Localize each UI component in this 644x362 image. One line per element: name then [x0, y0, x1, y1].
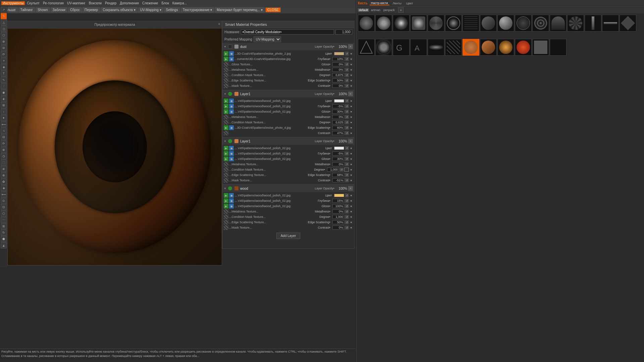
- btn-flip[interactable]: Перевер: [83, 7, 100, 12]
- palette-btn-5[interactable]: ⊕: [1, 39, 7, 45]
- prop-reset-btn[interactable]: ↺: [345, 220, 349, 224]
- layer-header-wood[interactable]: ▼ wood Layer Opacity• 100% ×: [222, 185, 354, 192]
- btn-reset[interactable]: Сброс: [68, 7, 82, 12]
- smp-value-input[interactable]: [335, 29, 352, 35]
- prop-arrow-btn[interactable]: ▼: [350, 131, 353, 135]
- brush-item-12[interactable]: [567, 15, 584, 32]
- palette-btn-3[interactable]: ◻: [1, 26, 7, 32]
- palette-btn-21[interactable]: ⟳: [1, 140, 7, 146]
- prop-input[interactable]: [332, 120, 344, 124]
- prop-reset-btn[interactable]: ↺: [345, 115, 349, 119]
- palette-btn-29[interactable]: ⟵: [1, 191, 7, 197]
- prop-arrow-btn[interactable]: ▼: [350, 115, 353, 119]
- brush-item-8[interactable]: [497, 15, 514, 32]
- prop-input[interactable]: [332, 199, 344, 203]
- smp-name-input[interactable]: [241, 29, 334, 35]
- palette-btn-22[interactable]: ⊕: [1, 147, 7, 153]
- prop-input[interactable]: [332, 126, 344, 130]
- prop-color[interactable]: [334, 52, 344, 55]
- brush-item-24[interactable]: [497, 39, 514, 56]
- brush-item-20[interactable]: [428, 39, 444, 56]
- prop-input[interactable]: [332, 131, 344, 135]
- btn-material[interactable]: Материал будет перемещ... ▾: [215, 7, 265, 12]
- layer-close-dust[interactable]: ×: [348, 44, 353, 49]
- brush-item-19[interactable]: A: [410, 39, 427, 56]
- prop-input[interactable]: [332, 220, 344, 224]
- menu-sculpt[interactable]: Скульпт: [25, 1, 41, 5]
- palette-btn-2[interactable]: △: [1, 19, 7, 25]
- palette-btn-0[interactable]: ↗: [1, 7, 7, 13]
- palette-btn-19[interactable]: ⍉: [1, 128, 7, 134]
- prop-arrow-btn[interactable]: ▼: [350, 68, 353, 71]
- btn-uv-mapping[interactable]: UV-Mapping ▾: [138, 7, 163, 12]
- prop-reset-btn[interactable]: ↺: [345, 68, 349, 72]
- prop-arrow-btn[interactable]: ▼: [350, 52, 353, 55]
- visibility-toggle[interactable]: [228, 45, 232, 49]
- prop-input[interactable]: [332, 104, 344, 108]
- brush-item-26[interactable]: [532, 39, 549, 56]
- palette-btn-18[interactable]: ⟵: [1, 121, 7, 127]
- prop-reset-btn[interactable]: ↺: [339, 168, 343, 172]
- layer-header-dust[interactable]: ▼ dust Layer Opacity• 100% ×: [222, 43, 354, 50]
- menu-render[interactable]: Рендер: [104, 1, 118, 5]
- prop-reset-btn[interactable]: ↺: [345, 146, 349, 150]
- menu-uv[interactable]: UV-маппинг: [66, 1, 87, 5]
- palette-btn-16[interactable]: ↕: [1, 109, 7, 115]
- btn-locks[interactable]: Заблоки: [51, 7, 67, 12]
- brush-item-1[interactable]: [375, 15, 392, 32]
- brush-item-13[interactable]: [585, 15, 601, 32]
- palette-btn-12[interactable]: ⋮: [1, 83, 7, 89]
- palette-btn-13[interactable]: ◉: [1, 89, 7, 96]
- menu-voxels[interactable]: Воксели: [88, 1, 103, 5]
- prop-reset-btn[interactable]: ↺: [345, 173, 349, 177]
- prop-arrow-btn[interactable]: ▼: [350, 179, 353, 182]
- pref-mapping-select[interactable]: UV-Mapping: [254, 37, 281, 42]
- prop-reset-btn[interactable]: ↺: [345, 104, 349, 108]
- palette-btn-28[interactable]: ◈: [1, 185, 7, 191]
- palette-btn-23[interactable]: ◷: [1, 153, 7, 159]
- add-layer-button[interactable]: Add Layer: [276, 233, 301, 239]
- brush-item-14[interactable]: [602, 15, 619, 32]
- btn-close-uv[interactable]: CLOSE: [265, 7, 281, 12]
- brush-item-18[interactable]: G: [393, 39, 410, 56]
- brush-item-15[interactable]: [620, 15, 636, 32]
- palette-btn-35[interactable]: ↻: [1, 230, 7, 236]
- palette-btn-27[interactable]: ✿: [1, 179, 7, 185]
- palette-btn-6[interactable]: ⊖: [1, 45, 7, 51]
- menu-block[interactable]: Блок: [160, 1, 170, 5]
- prop-input[interactable]: [332, 115, 344, 119]
- prop-reset-btn[interactable]: ↺: [345, 215, 349, 219]
- palette-btn-20[interactable]: ⊟: [1, 134, 7, 140]
- brush-item-23[interactable]: [480, 39, 497, 56]
- palette-btn-37[interactable]: ◭: [1, 242, 7, 248]
- palette-btn-25[interactable]: ⊗: [1, 166, 7, 172]
- prop-reset-btn[interactable]: ↺: [345, 162, 349, 166]
- prop-input[interactable]: [332, 215, 344, 219]
- prop-input[interactable]: [332, 173, 344, 177]
- layer-header-layer1-a[interactable]: ▼ Layer1 Layer Opacity• 100% ×: [222, 90, 354, 98]
- btn-save-object[interactable]: Сохранить объекта ▾: [101, 7, 138, 12]
- prop-reset-btn[interactable]: ↺: [345, 62, 349, 66]
- prop-arrow-btn[interactable]: ▼: [350, 226, 353, 229]
- btn-settings[interactable]: Settings: [164, 7, 180, 12]
- prop-input[interactable]: [332, 204, 344, 208]
- prop-input[interactable]: [327, 168, 339, 172]
- prop-reset-btn[interactable]: ↺: [345, 57, 349, 61]
- prop-arrow-btn[interactable]: ▼: [350, 204, 353, 208]
- menu-retopo[interactable]: Ре-топология: [42, 1, 65, 5]
- brush-item-6[interactable]: [463, 15, 479, 32]
- prop-arrow-btn[interactable]: ▼: [350, 163, 353, 166]
- prop-arrow-btn[interactable]: ▼: [350, 57, 353, 61]
- palette-btn-10[interactable]: T: [1, 70, 7, 76]
- prop-input[interactable]: [332, 73, 344, 77]
- btn-tiling[interactable]: Тайлинг: [18, 7, 35, 12]
- prop-reset-btn[interactable]: ↺: [345, 73, 349, 77]
- brush-item-0[interactable]: [358, 15, 375, 32]
- prop-arrow-btn[interactable]: ▼: [350, 215, 353, 219]
- visibility-toggle[interactable]: [228, 139, 232, 143]
- prop-color[interactable]: [334, 146, 344, 150]
- tab-ribbons[interactable]: Ленты: [391, 2, 403, 5]
- prop-arrow-btn[interactable]: ▼: [350, 126, 353, 129]
- prop-arrow-btn[interactable]: ▼: [350, 110, 353, 113]
- prop-arrow-btn[interactable]: ▼: [350, 146, 353, 150]
